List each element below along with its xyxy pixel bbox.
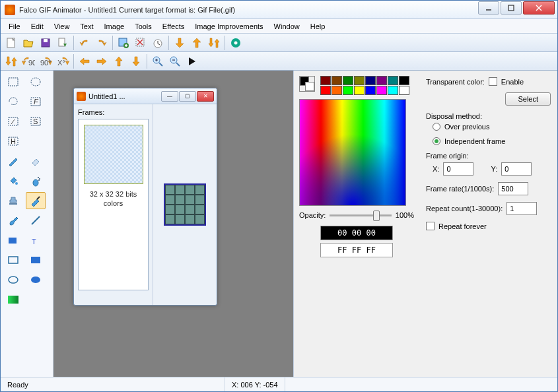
fill-rect-tool[interactable]: [3, 232, 23, 249]
swatch[interactable]: [331, 86, 342, 95]
preview-pane[interactable]: [153, 104, 217, 305]
swatch[interactable]: [376, 86, 387, 95]
timer-button[interactable]: [150, 35, 166, 51]
arrow-right-button[interactable]: [94, 53, 110, 69]
enable-label: Enable: [501, 78, 524, 86]
shape-select-tool[interactable]: S: [26, 113, 46, 130]
spray-tool[interactable]: [26, 172, 46, 189]
menu-text[interactable]: Text: [75, 20, 98, 32]
menu-image-improvements[interactable]: Image Improvements: [190, 20, 268, 32]
rotate-right-90-button[interactable]: 90°: [38, 53, 53, 69]
y-input[interactable]: [501, 162, 532, 176]
select-button[interactable]: Select: [505, 92, 551, 106]
select-rect-tool[interactable]: [3, 73, 23, 90]
menu-edit[interactable]: Edit: [26, 20, 49, 32]
swatch[interactable]: [320, 86, 331, 95]
menu-tools[interactable]: Tools: [129, 20, 157, 32]
add-frame-button[interactable]: [116, 35, 131, 51]
opacity-slider[interactable]: [330, 214, 392, 216]
pencil-tool[interactable]: [3, 152, 23, 170]
arrows-swap-button[interactable]: [206, 35, 222, 51]
swatch[interactable]: [354, 76, 365, 85]
doc-minimize-button[interactable]: —: [161, 91, 178, 102]
swatch[interactable]: [320, 76, 331, 85]
frames-list[interactable]: 32 x 32 32 bits colors: [78, 119, 149, 290]
delete-frame-button[interactable]: [133, 35, 149, 51]
arrow-down-button[interactable]: [172, 35, 188, 51]
svg-point-32: [15, 182, 18, 185]
swatch[interactable]: [399, 86, 409, 95]
menu-file[interactable]: File: [3, 20, 26, 32]
enable-checkbox[interactable]: [489, 77, 497, 86]
close-button[interactable]: [523, 1, 555, 15]
flip-down-up-button[interactable]: [3, 53, 19, 69]
new-button[interactable]: [3, 35, 19, 51]
swatch[interactable]: [388, 86, 398, 95]
swatch[interactable]: [354, 86, 365, 95]
lasso-tool[interactable]: [3, 93, 23, 110]
color-spectrum[interactable]: [299, 99, 406, 206]
frame-info: 32 x 32 32 bits colors: [84, 189, 143, 209]
rect-fill-tool[interactable]: [26, 251, 46, 269]
swatch[interactable]: [331, 76, 342, 85]
frame-thumbnail[interactable]: [84, 125, 143, 184]
eraser-tool[interactable]: [26, 152, 46, 170]
line-tool[interactable]: [26, 212, 46, 229]
brush-tool[interactable]: [26, 192, 46, 209]
swatch[interactable]: [343, 86, 353, 95]
rotate-left-90-button[interactable]: 90°: [20, 53, 36, 69]
maximize-button[interactable]: [501, 1, 522, 15]
arrow-up2-button[interactable]: [111, 53, 127, 69]
background-value: FF FF FF: [320, 243, 393, 257]
text-select-tool[interactable]: F: [26, 93, 46, 110]
frame-rate-input[interactable]: [498, 182, 528, 195]
redo-button[interactable]: [94, 35, 110, 51]
swatch[interactable]: [388, 76, 398, 85]
menu-view[interactable]: View: [49, 20, 75, 32]
text-tool[interactable]: T: [26, 232, 46, 249]
swatch[interactable]: [399, 76, 409, 85]
over-previous-radio[interactable]: [433, 123, 440, 131]
record-button[interactable]: [228, 35, 244, 51]
history-select-tool[interactable]: H: [3, 133, 23, 150]
menu-window[interactable]: Window: [269, 20, 305, 32]
zoom-out-button[interactable]: [167, 53, 183, 69]
gradient-tool[interactable]: [3, 291, 23, 308]
swatch[interactable]: [376, 76, 387, 85]
swatch[interactable]: [343, 76, 353, 85]
menu-help[interactable]: Help: [305, 20, 331, 32]
menu-image[interactable]: Image: [99, 20, 130, 32]
doc-close-button[interactable]: ✕: [197, 91, 214, 102]
doc-maximize-button[interactable]: ▢: [179, 91, 196, 102]
swatch[interactable]: [365, 86, 376, 95]
open-button[interactable]: [20, 35, 36, 51]
rect-outline-tool[interactable]: [3, 251, 23, 269]
bucket-tool[interactable]: [3, 172, 23, 189]
color-swatches[interactable]: [320, 76, 409, 95]
zoom-in-button[interactable]: [150, 53, 166, 69]
arrow-left-button[interactable]: [77, 53, 92, 69]
play-button[interactable]: [184, 53, 200, 69]
swatch[interactable]: [365, 76, 376, 85]
arrow-down2-button[interactable]: [128, 53, 144, 69]
paintbrush-tool[interactable]: [3, 212, 23, 229]
undo-button[interactable]: [77, 35, 92, 51]
arrow-up-button[interactable]: [189, 35, 205, 51]
canvas-area[interactable]: Untitled1 ... — ▢ ✕ Frames: 32 x 32 32 b…: [53, 71, 557, 377]
ellipse-outline-tool[interactable]: [3, 271, 23, 288]
x-input[interactable]: [443, 162, 473, 176]
repeat-forever-checkbox[interactable]: [426, 222, 435, 230]
minimize-button[interactable]: [478, 1, 499, 15]
wand-rect-tool[interactable]: [3, 113, 23, 130]
independent-frame-radio[interactable]: [433, 137, 440, 145]
save-button[interactable]: [38, 35, 53, 51]
repeat-count-input[interactable]: [506, 202, 537, 215]
menu-effects[interactable]: Effects: [157, 20, 190, 32]
stamp-tool[interactable]: [3, 192, 23, 209]
export-button[interactable]: [55, 35, 71, 51]
rotate-free-button[interactable]: X°: [55, 53, 71, 69]
doc-title: Untitled1 ...: [88, 92, 161, 100]
fg-bg-swatch[interactable]: [299, 76, 315, 92]
select-ellipse-tool[interactable]: [26, 73, 46, 90]
ellipse-fill-tool[interactable]: [26, 271, 46, 288]
